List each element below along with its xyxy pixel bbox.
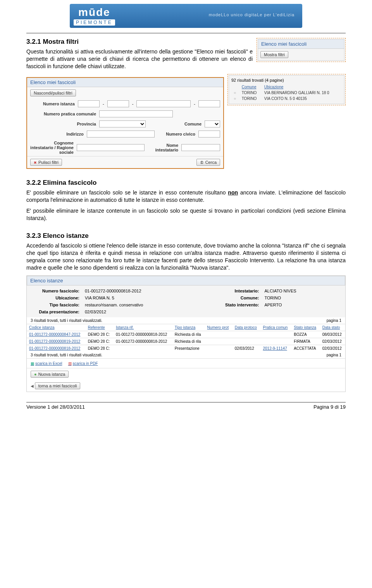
- value-ubicazione: VIA ROMA N. 5: [83, 295, 218, 301]
- col-data-protoco[interactable]: Data protoco: [232, 324, 261, 331]
- istanza-link[interactable]: 01-001272-0000000819-2012: [29, 339, 80, 344]
- emphasis-non: non: [228, 189, 238, 196]
- scarica-excel-link[interactable]: scarica in Excel: [31, 361, 62, 366]
- footer-version: Versione 1 del 28/03/2011: [26, 404, 85, 410]
- results-mini-table: ComuneUbicazione TORINOVIA BERNARDINO GA…: [231, 84, 342, 101]
- label-ubicazione: Ubicazione:: [31, 295, 82, 301]
- numero-istanza-input-3[interactable]: [136, 100, 191, 107]
- istanze-result-count-bottom: 3 risultati trovati, tutti i risultati v…: [31, 353, 102, 357]
- istanza-link[interactable]: 01-001272-0000000847-2012: [29, 332, 80, 337]
- mostra-filtri-button[interactable]: Mostra filtri: [260, 51, 288, 58]
- side-panel-results: 92 risultati trovati (4 pagine) ComuneUb…: [227, 74, 346, 105]
- pratica-link[interactable]: 2012-9-11147: [263, 346, 287, 351]
- nuova-istanza-button[interactable]: Nuova istanza: [31, 371, 69, 378]
- label-intestatario: Intestatario:: [219, 288, 261, 294]
- value-tipo-fascicolo: restauro/risanam. conservativo: [83, 302, 218, 308]
- col-pratica-comun[interactable]: Pratica comun: [260, 324, 291, 331]
- panel-title: Elenco miei fascicoli: [258, 39, 344, 49]
- istanze-page-bottom: pagina 1: [327, 353, 341, 357]
- side-panel-elenco: Elenco miei fascicoli Mostra filtri: [257, 38, 346, 62]
- label-comune: Comune:: [219, 295, 261, 301]
- label-civico: Numero civico: [158, 132, 195, 136]
- nome-input[interactable]: [181, 144, 220, 151]
- results-meta: 92 risultati trovati (4 pagine): [231, 78, 342, 83]
- pulisci-filtri-button[interactable]: Pulisci filtri: [30, 159, 62, 166]
- table-row: 01-001272-0000000847-2012 DEMO 28 C: 01-…: [27, 331, 345, 338]
- value-comune: TORINO: [262, 295, 341, 301]
- logo-region: PIEMONTE: [74, 19, 115, 26]
- heading-322: 3.2.2 Elimina fascicolo: [26, 179, 346, 187]
- row-radio[interactable]: [231, 90, 239, 96]
- col-tipo-istanza[interactable]: Tipo istanza: [172, 324, 205, 331]
- col-codice[interactable]: Codice istanza: [27, 324, 86, 331]
- provincia-select[interactable]: [99, 120, 146, 127]
- col-data-stato[interactable]: Data stato: [320, 324, 345, 331]
- label-data-presentazione: Data presentazione:: [31, 309, 82, 315]
- nascondi-filtri-button[interactable]: Nascondi/pulisci filtri: [30, 89, 76, 96]
- label-tipo-fascicolo: Tipo fascicolo:: [31, 302, 82, 308]
- civico-input[interactable]: [198, 131, 220, 138]
- scarica-pdf-link[interactable]: scarica in PDF: [68, 361, 98, 366]
- col-numero-prot[interactable]: Numero prot: [205, 324, 232, 331]
- logo-brand: mūde: [74, 6, 115, 19]
- istanze-page: pagina 1: [327, 318, 341, 323]
- indirizzo-input[interactable]: [87, 131, 155, 138]
- paragraph-322-2: E' possibile eliminare le istanze conten…: [26, 207, 346, 222]
- label-numero-istanza: Numero istanza: [30, 101, 75, 106]
- istanze-result-count: 3 risultati trovati, tutti i risultati v…: [31, 318, 102, 323]
- table-row: 01-001272-0000000818-2012 DEMO 28 C: Pre…: [27, 345, 345, 352]
- paragraph-322-1: E' possibile eliminare un fascicolo solo…: [26, 189, 346, 204]
- cognome-input[interactable]: [77, 144, 145, 151]
- label-nome: Nome intestatario: [148, 143, 178, 152]
- value-intestatario: ALCIATO NIVES: [262, 288, 341, 294]
- section-elenco-istanze: 3.2.3 Elenco istanze Accedendo al fascic…: [26, 232, 346, 392]
- torna-fascicoli-button[interactable]: torna a miei fascicoli: [35, 382, 81, 389]
- filter-form-title: Elenco miei fascicoli: [27, 78, 223, 87]
- cerca-button[interactable]: Cerca: [196, 159, 220, 166]
- value-stato-intervento: APERTO: [262, 302, 341, 308]
- label-provincia: Provincia: [30, 122, 96, 126]
- label-numero-pratica: Numero pratica comunale: [30, 112, 96, 116]
- filter-form: Elenco miei fascicoli Nascondi/pulisci f…: [26, 77, 224, 169]
- label-cognome: Cognome intestatario / Ragione sociale: [30, 141, 74, 155]
- label-comune: Comune: [155, 122, 202, 126]
- col-comune[interactable]: Comune: [239, 84, 262, 90]
- logo-tagline: modeLLo unico digitaLe per L'ediLizia: [209, 12, 294, 17]
- numero-istanza-input-4[interactable]: [198, 100, 220, 107]
- paragraph-323: Accedendo al fascicolo si ottiene l'elen…: [26, 242, 346, 272]
- logo-banner: mūde PIEMONTE modeLLo unico digitaLe per…: [70, 4, 302, 28]
- value-data-presentazione: 02/03/2012: [83, 309, 218, 315]
- comune-select[interactable]: [205, 120, 220, 127]
- elenco-istanze-panel: Elenco istanze Numero fascicolo: 01-0012…: [26, 275, 346, 392]
- section-mostra-filtri: Elenco miei fascicoli Mostra filtri 3.2.…: [26, 38, 346, 169]
- table-row: TORINOVIA COITO N. 5 0 40135: [231, 96, 342, 101]
- table-row: 01-001272-0000000819-2012 DEMO 28 C: 01-…: [27, 338, 345, 345]
- numero-istanza-input-1[interactable]: [78, 100, 100, 107]
- col-istanza-rif[interactable]: Istanza rif.: [114, 324, 172, 331]
- section-elimina-fascicolo: 3.2.2 Elimina fascicolo E' possibile eli…: [26, 179, 346, 222]
- numero-istanza-input-2[interactable]: [107, 100, 129, 107]
- label-stato-intervento: Stato intervento:: [219, 302, 261, 308]
- page-footer: Versione 1 del 28/03/2011 Pagina 9 di 19: [26, 402, 346, 410]
- footer-page: Pagina 9 di 19: [313, 404, 346, 410]
- numero-pratica-input[interactable]: [99, 110, 173, 117]
- label-indirizzo: Indirizzo: [30, 132, 84, 136]
- col-ubicazione[interactable]: Ubicazione: [262, 84, 342, 90]
- col-stato-istanza[interactable]: Stato istanza: [291, 324, 320, 331]
- col-referente[interactable]: Referente: [86, 324, 114, 331]
- row-radio[interactable]: [231, 96, 239, 101]
- label-num-fascicolo: Numero fascicolo:: [31, 288, 82, 294]
- heading-323: 3.2.3 Elenco istanze: [26, 232, 346, 240]
- page-header: mūde PIEMONTE modeLLo unico digitaLe per…: [26, 0, 346, 33]
- istanze-table: Codice istanza Referente Istanza rif. Ti…: [27, 324, 345, 352]
- table-row: TORINOVIA BERNARDINO GALLIARI N. 18 0: [231, 90, 342, 96]
- istanza-link[interactable]: 01-001272-0000000818-2012: [29, 346, 80, 351]
- istanze-panel-title: Elenco istanze: [27, 276, 345, 285]
- value-num-fascicolo: 01-001272-0000000818-2012: [83, 288, 218, 294]
